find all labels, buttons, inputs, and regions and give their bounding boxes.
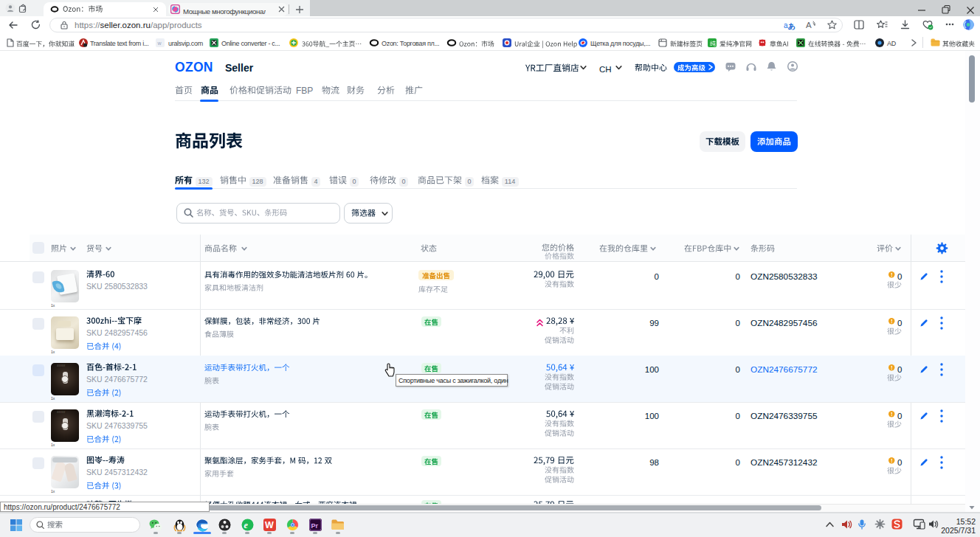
- svg-text:W: W: [265, 520, 274, 530]
- svg-text:e: e: [244, 520, 249, 530]
- svg-text:Pr: Pr: [311, 522, 319, 530]
- svg-text:あ: あ: [788, 22, 796, 30]
- svg-text:w: w: [157, 41, 162, 46]
- svg-text:A: A: [806, 21, 812, 30]
